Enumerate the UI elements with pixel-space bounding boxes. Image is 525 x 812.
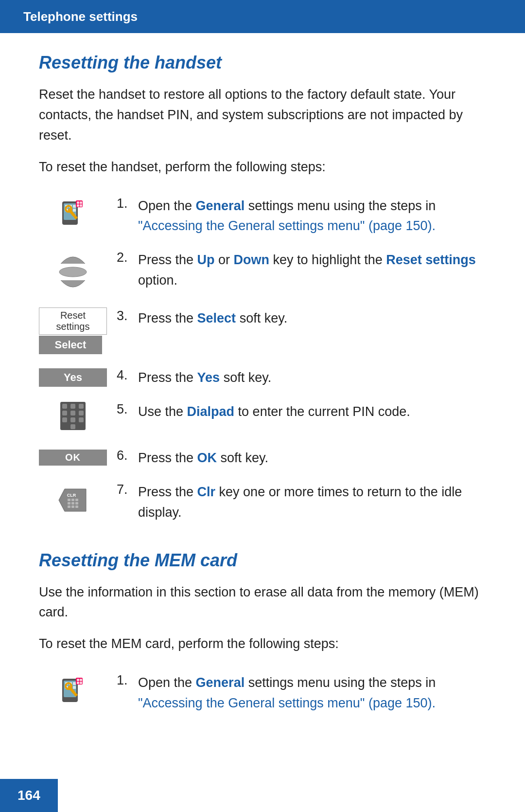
mem-step1-link[interactable]: "Accessing the General settings menu" (p… — [138, 696, 436, 710]
step4-text: Press the Yes soft key. — [138, 362, 486, 396]
svg-rect-12 — [77, 201, 79, 204]
step3-select: Select — [197, 311, 236, 325]
svg-rect-55 — [80, 682, 82, 684]
svg-rect-25 — [70, 417, 75, 422]
svg-rect-24 — [62, 417, 67, 422]
page-content: Resetting the handset Reset the handset … — [0, 53, 525, 780]
step6-text: Press the OK soft key. — [138, 442, 486, 476]
svg-rect-35 — [71, 502, 74, 505]
section1-intro: Reset the handset to restore all options… — [39, 85, 486, 146]
step-3: Reset settings Select 3. Press the Selec… — [39, 303, 486, 362]
step-7: CLR 7. — [39, 476, 486, 531]
section2-title: Resetting the MEM card — [39, 550, 486, 571]
section1-title: Resetting the handset — [39, 53, 486, 73]
svg-rect-36 — [75, 502, 78, 505]
svg-rect-4 — [73, 205, 76, 208]
step7-num: 7. — [117, 476, 138, 531]
svg-rect-53 — [80, 679, 82, 681]
svg-rect-23 — [79, 411, 84, 415]
svg-rect-52 — [77, 679, 79, 681]
step6-num: 6. — [117, 442, 138, 476]
svg-rect-37 — [68, 505, 70, 508]
step3-num: 3. — [117, 303, 138, 362]
section2-steps-table: 1. Open the General settings menu using … — [39, 667, 486, 722]
step1-icon-cell — [39, 190, 117, 245]
step5-num: 5. — [117, 396, 138, 442]
step7-text: Press the Clr key one or more times to r… — [138, 476, 486, 531]
step1-link[interactable]: "Accessing the General settings menu" (p… — [138, 218, 436, 233]
clr-key-icon: CLR — [58, 487, 88, 513]
step2-icon-cell — [39, 244, 117, 303]
section1-steps-table: 1. Open the General settings menu using … — [39, 190, 486, 531]
step-6: OK 6. Press the OK soft key. — [39, 442, 486, 476]
section2-intro: Use the information in this section to e… — [39, 582, 486, 623]
svg-rect-15 — [80, 204, 82, 207]
step2-num: 2. — [117, 244, 138, 303]
step2-reset: Reset settings — [386, 253, 476, 267]
mem-step1-general: General — [196, 675, 245, 690]
step2-up: Up — [197, 253, 215, 267]
reset-settings-label: Reset settings — [39, 307, 107, 335]
step1-general: General — [196, 198, 245, 213]
section-resetting-handset: Resetting the handset Reset the handset … — [39, 53, 486, 531]
svg-rect-7 — [73, 209, 76, 212]
step5-text: Use the Dialpad to enter the current PIN… — [138, 396, 486, 442]
ok-btn-icon: OK — [39, 450, 107, 466]
svg-rect-32 — [71, 499, 74, 501]
step-4: Yes 4. Press the Yes soft key. — [39, 362, 486, 396]
nav-down-icon — [56, 279, 90, 295]
nav-up-icon — [56, 249, 90, 265]
dialpad-icon — [58, 401, 88, 431]
mem-step1-num: 1. — [117, 667, 138, 722]
step-2: 2. Press the Up or Down key to highlight… — [39, 244, 486, 303]
svg-rect-44 — [73, 682, 76, 685]
step2-text: Press the Up or Down key to highlight th… — [138, 244, 486, 303]
step7-icon-cell: CLR — [39, 476, 117, 531]
svg-text:CLR: CLR — [67, 493, 76, 498]
svg-rect-54 — [77, 682, 79, 684]
svg-rect-39 — [75, 505, 78, 508]
svg-rect-14 — [77, 204, 79, 207]
header-title: Telephone settings — [23, 9, 138, 24]
svg-rect-19 — [70, 404, 75, 409]
svg-rect-22 — [70, 411, 75, 415]
step5-dialpad: Dialpad — [187, 404, 235, 419]
step1-text: Open the General settings menu using the… — [138, 190, 486, 245]
svg-rect-27 — [70, 424, 75, 429]
footer-page-number: 164 — [0, 779, 58, 812]
svg-rect-38 — [71, 505, 74, 508]
step3-icon-cell: Reset settings Select — [39, 303, 117, 362]
step7-clr: Clr — [197, 485, 216, 499]
nav-keys-icon — [39, 249, 107, 295]
svg-rect-20 — [79, 404, 84, 409]
svg-rect-26 — [79, 417, 84, 422]
section2-steps-intro: To reset the MEM card, perform the follo… — [39, 636, 486, 651]
step6-ok: OK — [197, 451, 217, 465]
step-1: 1. Open the General settings menu using … — [39, 190, 486, 245]
step4-icon-cell: Yes — [39, 362, 117, 396]
step5-icon-cell — [39, 396, 117, 442]
svg-rect-13 — [80, 201, 82, 204]
mem-step1-text: Open the General settings menu using the… — [138, 667, 486, 722]
step-5: 5. Use the Dialpad to enter the current … — [39, 396, 486, 442]
svg-rect-47 — [73, 686, 76, 689]
section-resetting-mem-card: Resetting the MEM card Use the informati… — [39, 550, 486, 722]
header-bar: Telephone settings — [0, 0, 525, 33]
svg-rect-18 — [62, 404, 67, 409]
mem-step-1: 1. Open the General settings menu using … — [39, 667, 486, 722]
step4-yes: Yes — [197, 370, 220, 385]
svg-rect-33 — [75, 499, 78, 501]
step6-icon-cell: OK — [39, 442, 117, 476]
svg-point-16 — [59, 267, 87, 277]
step2-down: Down — [234, 253, 270, 267]
step4-num: 4. — [117, 362, 138, 396]
nav-center-icon — [58, 267, 88, 277]
mem-step1-icon-cell — [39, 667, 117, 722]
svg-rect-21 — [62, 411, 67, 415]
step1-num: 1. — [117, 190, 138, 245]
svg-rect-34 — [68, 502, 70, 505]
phone-settings-icon — [58, 199, 88, 229]
svg-rect-31 — [68, 499, 70, 501]
section1-steps-intro: To reset the handset, perform the follow… — [39, 160, 486, 175]
mem-phone-settings-icon — [58, 677, 88, 706]
